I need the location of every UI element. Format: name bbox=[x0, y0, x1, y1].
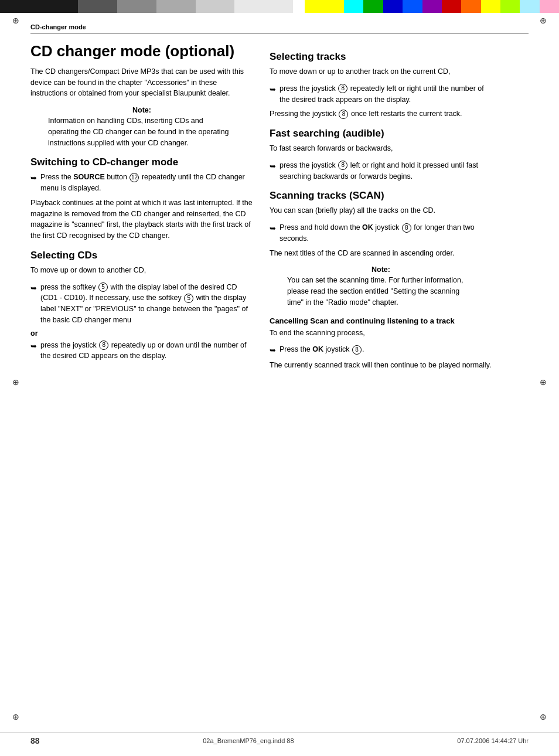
bullet-tracks: ➥ press the joystick 8 repeatedly left o… bbox=[270, 83, 492, 105]
section-heading-scan: Scanning tracks (SCAN) bbox=[270, 190, 492, 202]
cb-purple bbox=[422, 0, 442, 13]
section-heading-cancel: Cancelling Scan and continuing listening… bbox=[270, 316, 492, 325]
cds-intro: To move up or down to another CD, bbox=[30, 265, 253, 276]
bullet-cancel: ➥ Press the OK joystick 8. bbox=[270, 344, 492, 356]
cb-yellow2 bbox=[481, 0, 500, 13]
tracks-intro: To move down or up to another track on t… bbox=[270, 66, 492, 77]
color-bar bbox=[0, 0, 559, 13]
ok-label-scan: OK bbox=[362, 223, 373, 231]
scan-followup: The next titles of the CD are scanned in… bbox=[270, 248, 492, 259]
crosshair-bl: ⊕ bbox=[12, 713, 20, 721]
circled-12: 12 bbox=[129, 173, 139, 182]
bullet-arrow-tracks: ➥ bbox=[270, 84, 276, 96]
cb-darkgray bbox=[78, 0, 117, 13]
note-text-scan: You can set the scanning time. For furth… bbox=[287, 275, 475, 308]
bullet-cds-1: ➥ press the softkey 5 with the display l… bbox=[30, 282, 253, 326]
page-content: CD-changer mode CD changer mode (optiona… bbox=[0, 13, 559, 394]
note-label-1: Note: bbox=[48, 106, 236, 114]
footer-date-info: 07.07.2006 14:44:27 Uhr bbox=[457, 737, 529, 744]
circled-5b: 5 bbox=[184, 294, 193, 303]
cb-black bbox=[0, 0, 78, 13]
two-column-layout: CD changer mode (optional) The CD change… bbox=[30, 43, 529, 377]
main-heading: CD changer mode (optional) bbox=[30, 43, 253, 60]
source-label: SOURCE bbox=[73, 173, 104, 181]
cb-pink bbox=[540, 0, 559, 13]
right-column: Selecting tracks To move down or up to a… bbox=[270, 43, 492, 377]
cb-yellow bbox=[305, 0, 344, 13]
crosshair-br: ⊕ bbox=[539, 713, 547, 721]
page-number: 88 bbox=[30, 736, 40, 745]
cancel-followup: The currently scanned track will then co… bbox=[270, 360, 492, 371]
circled-8-cancel: 8 bbox=[352, 345, 362, 355]
bullet-arrow-cds-1: ➥ bbox=[30, 282, 37, 294]
bullet-text-scan: Press and hold down the OK joystick 8 fo… bbox=[280, 222, 492, 244]
section-heading-fast: Fast searching (audible) bbox=[270, 128, 492, 139]
footer-file-info: 02a_BremenMP76_eng.indd 88 bbox=[203, 737, 294, 744]
section-heading-cds: Selecting CDs bbox=[30, 250, 253, 261]
or-label: or bbox=[30, 329, 253, 338]
circled-8-scan: 8 bbox=[402, 223, 411, 233]
note-text-1: Information on handling CDs, inserting C… bbox=[48, 115, 236, 148]
cb-lightest bbox=[196, 0, 235, 13]
bullet-text-cancel: Press the OK joystick 8. bbox=[280, 344, 492, 355]
circled-8-tracks: 8 bbox=[338, 84, 347, 93]
note-label-scan: Note: bbox=[287, 265, 475, 274]
bullet-text-tracks: press the joystick 8 repeatedly left or … bbox=[280, 83, 492, 105]
cb-red bbox=[442, 0, 461, 13]
page-header-title: CD-changer mode bbox=[30, 23, 86, 30]
section-heading-switching: Switching to CD-changer mode bbox=[30, 156, 253, 168]
bullet-arrow-fast: ➥ bbox=[270, 161, 276, 172]
page-header: CD-changer mode bbox=[30, 23, 529, 33]
fast-intro: To fast search forwards or backwards, bbox=[270, 143, 492, 154]
cb-blue bbox=[403, 0, 422, 13]
switching-followup: Playback continues at the point at which… bbox=[30, 197, 253, 241]
note-box-1: Note: Information on handling CDs, inser… bbox=[48, 106, 236, 148]
circled-8-cds: 8 bbox=[99, 340, 108, 350]
cb-green bbox=[363, 0, 383, 13]
cb-ltgreen bbox=[500, 0, 520, 13]
bullet-arrow-cancel: ➥ bbox=[270, 345, 276, 356]
bullet-arrow-cds-2: ➥ bbox=[30, 340, 37, 352]
circled-5a: 5 bbox=[98, 282, 108, 292]
bullet-cds-2: ➥ press the joystick 8 repeatedly up or … bbox=[30, 340, 253, 362]
bullet-text-cds-1: press the softkey 5 with the display lab… bbox=[40, 282, 253, 326]
note-box-scan: Note: You can set the scanning time. For… bbox=[287, 265, 475, 308]
cb-cyan bbox=[344, 0, 363, 13]
cb-orange bbox=[461, 0, 480, 13]
cb-lightgray bbox=[156, 0, 196, 13]
bullet-text-cds-2: press the joystick 8 repeatedly up or do… bbox=[40, 340, 253, 362]
cb-ltblue bbox=[520, 0, 539, 13]
scan-intro: You can scan (briefly play) all the trac… bbox=[270, 205, 492, 216]
tracks-followup: Pressing the joystick 8 once left restar… bbox=[270, 108, 492, 120]
circled-8-fast: 8 bbox=[338, 161, 347, 170]
cb-white bbox=[234, 0, 293, 13]
circled-8-tracks2: 8 bbox=[339, 110, 348, 119]
intro-text: The CD changers/Compact Drive MP3s that … bbox=[30, 66, 253, 99]
bullet-text-fast: press the joystick 8 left or right and h… bbox=[280, 160, 492, 182]
section-heading-tracks: Selecting tracks bbox=[270, 51, 492, 63]
left-column: CD changer mode (optional) The CD change… bbox=[30, 43, 253, 377]
cancel-intro: To end the scanning process, bbox=[270, 328, 492, 339]
bullet-arrow-scan: ➥ bbox=[270, 223, 276, 234]
cb-darkblue bbox=[383, 0, 403, 13]
bullet-scan: ➥ Press and hold down the OK joystick 8 … bbox=[270, 222, 492, 244]
page-footer: 88 02a_BremenMP76_eng.indd 88 07.07.2006… bbox=[0, 732, 559, 745]
cb-gray bbox=[117, 0, 156, 13]
cb-gap bbox=[293, 0, 305, 13]
bullet-switching: ➥ Press the SOURCE button 12 repeatedly … bbox=[30, 172, 253, 194]
bullet-arrow-switching: ➥ bbox=[30, 172, 37, 184]
ok-label-cancel: OK bbox=[312, 345, 323, 353]
bullet-fast: ➥ press the joystick 8 left or right and… bbox=[270, 160, 492, 182]
bullet-text-switching: Press the SOURCE button 12 repeatedly un… bbox=[40, 172, 253, 194]
